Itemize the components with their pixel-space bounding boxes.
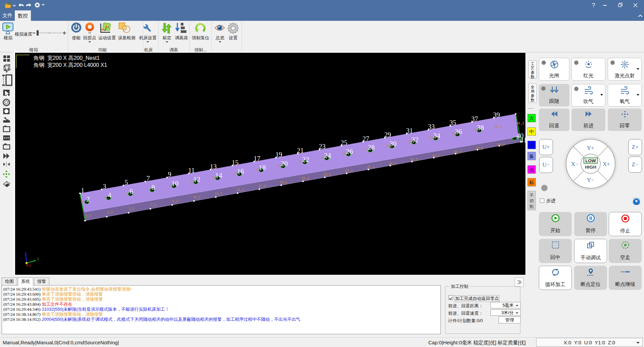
svg-text:17: 17 xyxy=(254,155,260,162)
svg-text:角钢 宽200 X 高200_Nest1: 角钢 宽200 X 高200_Nest1 xyxy=(33,55,100,61)
svg-text:Y+: Y+ xyxy=(587,145,594,151)
svg-text:6: 6 xyxy=(130,187,133,196)
svg-text:9_2: 9_2 xyxy=(172,199,178,203)
svg-text:41: 41 xyxy=(520,136,526,144)
svg-text:X: X xyxy=(28,263,31,268)
svg-text:1: 1 xyxy=(81,187,84,194)
svg-text:3: 3 xyxy=(103,183,106,190)
svg-text:X+: X+ xyxy=(603,161,610,167)
svg-text:41_2: 41_2 xyxy=(517,121,524,125)
svg-text:Y−: Y− xyxy=(587,177,594,183)
svg-text:9: 9 xyxy=(168,171,171,178)
svg-text:29_2: 29_2 xyxy=(389,161,396,165)
svg-text:12: 12 xyxy=(194,175,201,183)
svg-text:18: 18 xyxy=(259,164,266,172)
svg-text:LOW: LOW xyxy=(585,158,596,163)
svg-text:X−: X− xyxy=(571,161,578,167)
svg-text:11: 11 xyxy=(188,167,195,174)
svg-text:35_2: 35_2 xyxy=(454,150,462,154)
svg-text:24: 24 xyxy=(324,151,332,160)
svg-text:5: 5 xyxy=(125,179,128,186)
svg-text:13_2: 13_2 xyxy=(215,191,222,195)
svg-text:29: 29 xyxy=(384,131,391,138)
svg-text:39_1: 39_1 xyxy=(495,125,502,129)
svg-text:19_2: 19_2 xyxy=(280,180,288,184)
svg-text:38: 38 xyxy=(477,124,484,132)
svg-text:角钢 宽200 X 高200 L4000 X1: 角钢 宽200 X 高200 L4000 X1 xyxy=(33,62,107,68)
svg-text:23_2: 23_2 xyxy=(324,172,331,176)
svg-text:30: 30 xyxy=(390,140,397,148)
svg-text:33: 33 xyxy=(428,123,435,130)
svg-text:36: 36 xyxy=(455,128,462,136)
svg-text:25: 25 xyxy=(341,139,347,146)
svg-text:34: 34 xyxy=(433,132,441,140)
svg-text:7: 7 xyxy=(146,175,150,182)
svg-text:25_2: 25_2 xyxy=(345,169,353,173)
svg-text:26: 26 xyxy=(346,147,353,156)
svg-text:HIGH: HIGH xyxy=(585,165,596,170)
svg-text:22: 22 xyxy=(302,156,309,164)
svg-text:31: 31 xyxy=(406,127,413,134)
svg-text:Y: Y xyxy=(37,257,40,261)
svg-text:5_2: 5_2 xyxy=(129,206,134,210)
svg-text:3_2: 3_2 xyxy=(107,210,113,214)
svg-text:4: 4 xyxy=(108,191,112,199)
svg-text:20: 20 xyxy=(281,160,288,168)
svg-text:31_2: 31_2 xyxy=(410,157,418,161)
svg-text:37: 37 xyxy=(471,115,478,123)
svg-text:17_2: 17_2 xyxy=(258,184,266,188)
svg-text:Z: Z xyxy=(25,252,27,256)
svg-text:27: 27 xyxy=(362,135,369,142)
svg-text:15: 15 xyxy=(232,159,239,166)
svg-text:39_2: 39_2 xyxy=(497,142,505,146)
svg-text:8: 8 xyxy=(152,183,155,191)
svg-text:27_2: 27_2 xyxy=(367,165,375,169)
svg-text:28: 28 xyxy=(368,143,375,151)
svg-text:23: 23 xyxy=(319,143,326,150)
svg-text:?: ? xyxy=(592,2,595,8)
svg-text:14: 14 xyxy=(215,171,223,179)
svg-text:1_2: 1_2 xyxy=(85,214,91,218)
svg-text:39: 39 xyxy=(493,111,500,119)
svg-text:2: 2 xyxy=(86,195,90,203)
svg-text:16: 16 xyxy=(237,167,244,175)
svg-text:37_2: 37_2 xyxy=(476,146,483,150)
svg-text:35: 35 xyxy=(449,119,456,126)
svg-text:10: 10 xyxy=(172,179,179,187)
svg-text:15_2: 15_2 xyxy=(237,187,244,191)
svg-text:11_2: 11_2 xyxy=(193,195,201,199)
svg-text:19: 19 xyxy=(275,151,282,158)
svg-text:32: 32 xyxy=(412,136,419,144)
svg-text:21: 21 xyxy=(297,147,304,154)
svg-text:13: 13 xyxy=(210,163,217,170)
svg-text:7_2: 7_2 xyxy=(151,203,156,207)
svg-text:21_2: 21_2 xyxy=(302,176,309,180)
svg-text:33_2: 33_2 xyxy=(432,154,440,158)
